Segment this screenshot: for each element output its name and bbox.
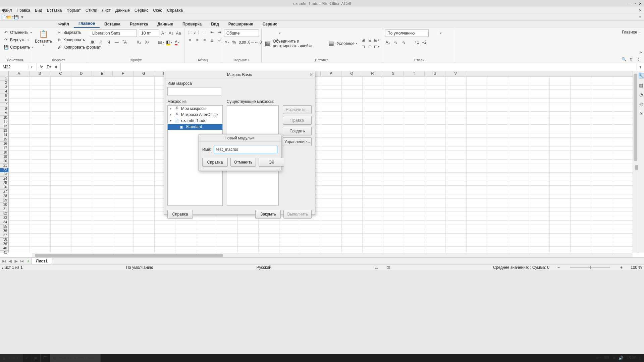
column-header-D[interactable]: D	[71, 71, 92, 76]
column-header-Q[interactable]: Q	[341, 71, 362, 76]
row-header-28[interactable]: 28	[0, 194, 8, 198]
zoom-in-icon[interactable]: +	[620, 265, 623, 270]
tray-clock[interactable]: 15:26	[626, 356, 636, 360]
row-header-29[interactable]: 29	[0, 198, 8, 203]
column-header-E[interactable]: E	[92, 71, 113, 76]
column-header-U[interactable]: U	[425, 71, 445, 76]
number-icon[interactable]: 0,00	[239, 40, 246, 44]
column-header-V[interactable]: V	[445, 71, 466, 76]
font-color-button[interactable]: A	[174, 40, 180, 45]
ribbon-overflow-icon[interactable]: »	[640, 50, 642, 55]
del-cells-icon[interactable]: ⊟	[374, 44, 379, 50]
ins-rows-icon[interactable]: ⊞	[361, 38, 366, 43]
row-header-35[interactable]: 35	[0, 225, 8, 229]
tab-insert[interactable]: Вставка	[100, 20, 125, 28]
add-sheet-button[interactable]: ＋	[25, 258, 31, 264]
paste-button[interactable]: 📋 Вставить ▾	[33, 29, 54, 47]
tab-service[interactable]: Сервис	[258, 20, 282, 28]
create-button[interactable]: Создать	[283, 127, 312, 135]
status-zoom[interactable]: 100 %	[631, 265, 642, 270]
row-header-34[interactable]: 34	[0, 220, 8, 225]
menu-insert[interactable]: Вставка	[47, 8, 62, 13]
merge-cells-button[interactable]: ▦ Объединить и центрировать ячейки	[264, 39, 323, 48]
row-header-1[interactable]: 1	[0, 76, 8, 81]
sidepanel-functions-icon[interactable]: fx	[639, 111, 644, 116]
tree-node-standard[interactable]: Standard	[186, 124, 202, 129]
redo-button[interactable]: ↷Вернуть	[3, 37, 30, 43]
underline-button[interactable]: Ч	[106, 40, 111, 45]
column-headers[interactable]: ABCDEFGHIJKLMNOPQRSTUV	[9, 71, 633, 76]
cell-style-combo[interactable]: ▾	[385, 29, 429, 37]
select-all-corner[interactable]	[0, 71, 9, 76]
macro-help-button[interactable]: Справка	[167, 210, 193, 219]
row-header-39[interactable]: 39	[0, 242, 8, 246]
tree-node-alter[interactable]: Макросы AlterOffice	[181, 112, 218, 117]
menu-service[interactable]: Сервис	[135, 8, 148, 13]
column-header-B[interactable]: B	[30, 71, 50, 76]
name-box-dropdown-icon[interactable]: ▾	[28, 65, 35, 69]
column-header-P[interactable]: P	[321, 71, 341, 76]
row-header-19[interactable]: 19	[0, 155, 8, 159]
tray-volume-icon[interactable]: 🔊	[619, 356, 624, 360]
sheet-tab-1[interactable]: Лист1	[32, 258, 52, 264]
row-header-5[interactable]: 5	[0, 94, 8, 98]
font-size-combo[interactable]: ▾	[139, 29, 159, 37]
module-cancel-button[interactable]: Отменить	[230, 158, 256, 167]
menu-sheet[interactable]: Лист	[102, 8, 111, 13]
fill-color-button[interactable]: ◧	[166, 40, 172, 45]
formula-input[interactable]	[61, 63, 637, 71]
tab-ext[interactable]: Расширение	[224, 20, 258, 28]
row-header-10[interactable]: 10	[0, 116, 8, 120]
new-module-close-icon[interactable]: ✕	[252, 136, 255, 140]
row-header-16[interactable]: 16	[0, 142, 8, 146]
menu-edit[interactable]: Правка	[17, 8, 31, 13]
sheet-next-icon[interactable]: ▶	[13, 259, 19, 263]
row-header-23[interactable]: 23	[0, 172, 8, 177]
tab-view[interactable]: Вид	[206, 20, 224, 28]
row-header-15[interactable]: 15	[0, 137, 8, 142]
taskbar-window-acell[interactable]: ▦examle_1.ods - Alte...	[50, 354, 101, 362]
status-insertmode-icon[interactable]: ▭	[375, 265, 378, 270]
font-family-combo[interactable]: ▾	[90, 29, 137, 37]
increase-font-icon[interactable]: A↑	[161, 31, 166, 36]
open-button[interactable]: 📂	[7, 14, 13, 20]
row-header-14[interactable]: 14	[0, 133, 8, 137]
row-header-30[interactable]: 30	[0, 203, 8, 207]
module-help-button[interactable]: Справка	[202, 158, 228, 167]
formula-expand-icon[interactable]: ▾	[637, 63, 644, 71]
align-bottom-icon[interactable]: ⬚	[202, 29, 207, 35]
style-h2-icon[interactable]: ²₁	[393, 40, 398, 45]
menu-view[interactable]: Вид	[35, 8, 42, 13]
row-header-7[interactable]: 7	[0, 103, 8, 107]
font-family-input[interactable]	[90, 31, 145, 36]
tree-collapse-icon[interactable]: ▾	[169, 119, 172, 122]
tray-show-desktop-icon[interactable]: ▯	[639, 356, 641, 360]
align-top-icon[interactable]: ⬚	[187, 29, 193, 35]
row-header-32[interactable]: 32	[0, 212, 8, 216]
tab-review[interactable]: Проверка	[178, 20, 206, 28]
menu-file[interactable]: Файл	[2, 8, 12, 13]
sheet-last-icon[interactable]: ⏭	[19, 259, 25, 263]
find-button[interactable]: 🔍	[621, 57, 627, 62]
row-header-4[interactable]: 4	[0, 89, 8, 94]
tab-layout[interactable]: Разметка	[125, 20, 153, 28]
row-header-11[interactable]: 11	[0, 120, 8, 124]
row-header-24[interactable]: 24	[0, 177, 8, 181]
row-header-33[interactable]: 33	[0, 216, 8, 220]
name-box[interactable]: ▾	[0, 63, 37, 71]
row-header-21[interactable]: 21	[0, 164, 8, 168]
column-header-A[interactable]: A	[9, 71, 30, 76]
menu-styles[interactable]: Стили	[86, 8, 97, 13]
column-header-S[interactable]: S	[383, 71, 404, 76]
fx-icon[interactable]: fx	[38, 65, 44, 69]
ribbon-menu-icon[interactable]: ≡	[637, 14, 643, 20]
tab-home[interactable]: Главное	[74, 20, 100, 28]
column-header-G[interactable]: G	[133, 71, 154, 76]
save-button-ribbon[interactable]: 💾Сохранить	[3, 44, 34, 50]
row-headers[interactable]: 1234567891011121314151617181920212223242…	[0, 76, 9, 253]
status-style[interactable]: По умолчанию	[126, 265, 153, 270]
indent-dec-icon[interactable]: ⇤	[209, 29, 215, 35]
percent-icon[interactable]: %	[231, 40, 237, 45]
tree-expander-icon[interactable]: ▸	[169, 107, 172, 110]
macro-close-button[interactable]: Закрыть	[255, 210, 281, 219]
